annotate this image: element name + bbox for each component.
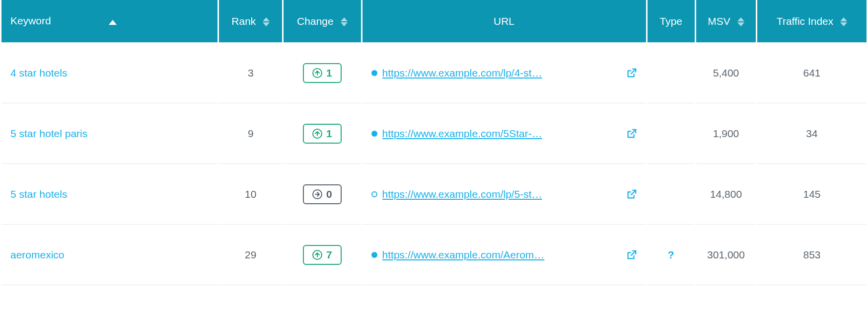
cell-change: 0 xyxy=(284,164,361,225)
col-header-rank[interactable]: Rank xyxy=(219,0,282,43)
sort-both-icon xyxy=(263,17,270,26)
arrow-up-circle-icon xyxy=(312,250,322,260)
arrow-right-circle-icon xyxy=(312,189,322,199)
cell-type xyxy=(648,164,695,225)
keyword-link[interactable]: 5 star hotels xyxy=(10,188,67,200)
col-header-label: Traffic Index xyxy=(777,15,833,27)
arrow-up-circle-icon xyxy=(312,129,322,139)
svg-marker-7 xyxy=(840,17,847,21)
col-header-label: MSV xyxy=(708,15,730,27)
cell-type xyxy=(648,103,695,164)
cell-msv: 1,900 xyxy=(696,103,756,164)
cell-rank: 9 xyxy=(219,103,282,164)
sort-asc-icon xyxy=(109,15,117,27)
svg-marker-8 xyxy=(840,22,847,26)
cell-keyword: 4 star hotels xyxy=(1,43,217,103)
external-link-icon[interactable] xyxy=(626,189,637,200)
cell-type xyxy=(648,43,695,103)
bullet-solid-icon xyxy=(371,131,377,137)
col-header-change[interactable]: Change xyxy=(284,0,361,43)
svg-marker-3 xyxy=(341,17,348,21)
keyword-link[interactable]: 4 star hotels xyxy=(10,67,67,79)
col-header-label: Change xyxy=(297,15,334,27)
cell-traffic: 853 xyxy=(757,225,867,285)
cell-keyword: aeromexico xyxy=(1,225,217,285)
cell-rank: 10 xyxy=(219,164,282,225)
type-help-icon[interactable]: ? xyxy=(668,249,674,260)
table-row: 5 star hotel paris91https://www.example.… xyxy=(1,103,867,164)
cell-url: https://www.example.com/Aerom… xyxy=(362,225,646,285)
url-link[interactable]: https://www.example.com/lp/4-st… xyxy=(382,67,621,79)
cell-keyword: 5 star hotel paris xyxy=(1,103,217,164)
external-link-icon[interactable] xyxy=(626,249,637,260)
svg-marker-5 xyxy=(737,17,744,21)
svg-marker-4 xyxy=(341,22,348,26)
cell-url: https://www.example.com/lp/5-st… xyxy=(362,164,646,225)
change-value: 7 xyxy=(326,249,332,261)
col-header-url[interactable]: URL xyxy=(362,0,646,43)
keyword-rank-table: Keyword Rank Change URL xyxy=(0,0,868,285)
col-header-msv[interactable]: MSV xyxy=(696,0,756,43)
cell-change: 7 xyxy=(284,225,361,285)
col-header-label: Keyword xyxy=(10,15,51,26)
bullet-solid-icon xyxy=(371,252,377,258)
col-header-label: Rank xyxy=(231,15,256,27)
table-row: aeromexico297https://www.example.com/Aer… xyxy=(1,225,867,285)
change-value: 0 xyxy=(326,188,332,200)
change-value: 1 xyxy=(326,67,332,79)
cell-traffic: 641 xyxy=(757,43,867,103)
keyword-link[interactable]: aeromexico xyxy=(10,249,65,260)
col-header-traffic[interactable]: Traffic Index xyxy=(757,0,867,43)
svg-marker-2 xyxy=(263,22,270,26)
cell-change: 1 xyxy=(284,103,361,164)
col-header-label: Type xyxy=(660,15,683,27)
svg-marker-6 xyxy=(737,22,744,26)
change-badge-up: 7 xyxy=(303,245,342,265)
sort-both-icon xyxy=(341,17,348,26)
cell-traffic: 145 xyxy=(757,164,867,225)
url-link[interactable]: https://www.example.com/5Star-… xyxy=(382,128,621,140)
url-link[interactable]: https://www.example.com/Aerom… xyxy=(382,249,621,261)
cell-msv: 301,000 xyxy=(696,225,756,285)
keyword-link[interactable]: 5 star hotel paris xyxy=(10,128,87,139)
svg-marker-1 xyxy=(263,17,270,21)
col-header-type[interactable]: Type xyxy=(648,0,695,43)
change-badge-none: 0 xyxy=(303,184,342,204)
cell-rank: 3 xyxy=(219,43,282,103)
bullet-solid-icon xyxy=(371,70,377,76)
table-row: 4 star hotels31https://www.example.com/l… xyxy=(1,43,867,103)
cell-type: ? xyxy=(648,225,695,285)
change-badge-up: 1 xyxy=(303,63,342,83)
svg-marker-0 xyxy=(109,20,117,25)
cell-msv: 5,400 xyxy=(696,43,756,103)
change-badge-up: 1 xyxy=(303,124,342,144)
table-header-row: Keyword Rank Change URL xyxy=(1,0,867,43)
col-header-keyword[interactable]: Keyword xyxy=(1,0,217,43)
arrow-up-circle-icon xyxy=(312,68,322,78)
col-header-label: URL xyxy=(494,15,514,27)
cell-change: 1 xyxy=(284,43,361,103)
sort-both-icon xyxy=(840,17,847,26)
cell-keyword: 5 star hotels xyxy=(1,164,217,225)
cell-url: https://www.example.com/5Star-… xyxy=(362,103,646,164)
cell-url: https://www.example.com/lp/4-st… xyxy=(362,43,646,103)
url-link[interactable]: https://www.example.com/lp/5-st… xyxy=(382,188,621,200)
cell-rank: 29 xyxy=(219,225,282,285)
change-value: 1 xyxy=(326,128,332,140)
sort-both-icon xyxy=(737,17,744,26)
cell-traffic: 34 xyxy=(757,103,867,164)
bullet-hollow-icon xyxy=(371,191,377,197)
cell-msv: 14,800 xyxy=(696,164,756,225)
table-row: 5 star hotels100https://www.example.com/… xyxy=(1,164,867,225)
external-link-icon[interactable] xyxy=(626,128,637,139)
external-link-icon[interactable] xyxy=(626,68,637,79)
